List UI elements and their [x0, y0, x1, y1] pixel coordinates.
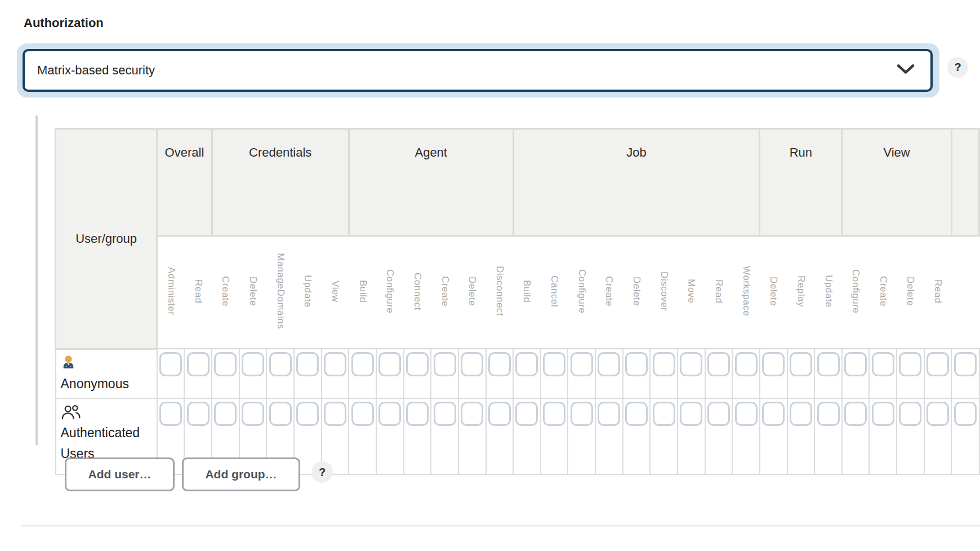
permission-column-header: Create	[431, 236, 458, 349]
permission-checkbox[interactable]	[461, 402, 483, 426]
permission-checkbox[interactable]	[543, 352, 565, 376]
permission-cell	[513, 349, 541, 398]
permission-cell	[951, 349, 979, 398]
permission-cell	[568, 349, 595, 398]
permission-label: Update	[823, 275, 834, 308]
permission-checkbox[interactable]	[351, 402, 374, 426]
anonymous-user-icon	[61, 354, 151, 372]
permission-checkbox[interactable]	[324, 402, 346, 426]
permission-cell	[951, 398, 979, 474]
permission-label: Replay	[795, 276, 807, 307]
add-user-button[interactable]: Add user…	[65, 457, 175, 491]
permission-checkbox[interactable]	[598, 402, 620, 426]
permission-checkbox[interactable]	[817, 402, 840, 426]
permission-checkbox[interactable]	[488, 352, 511, 376]
permission-checkbox[interactable]	[844, 402, 867, 426]
permission-checkbox[interactable]	[406, 402, 429, 426]
permission-checkbox[interactable]	[434, 402, 456, 426]
permission-checkbox[interactable]	[242, 352, 264, 376]
permission-checkbox[interactable]	[680, 402, 702, 426]
permission-checkbox[interactable]	[653, 352, 675, 376]
permission-checkbox[interactable]	[543, 402, 565, 426]
permission-checkbox[interactable]	[899, 352, 921, 376]
authorization-section-title: Authorization	[24, 16, 104, 30]
permission-checkbox[interactable]	[461, 352, 483, 376]
permission-cell	[787, 398, 815, 474]
permission-checkbox[interactable]	[762, 352, 785, 376]
permission-checkbox[interactable]	[571, 402, 593, 426]
permission-checkbox[interactable]	[378, 352, 401, 376]
permission-checkbox[interactable]	[187, 402, 210, 426]
permission-checkbox[interactable]	[159, 352, 182, 376]
permission-checkbox[interactable]	[817, 352, 840, 376]
permission-checkbox[interactable]	[735, 352, 758, 376]
permission-label: Delete	[631, 277, 642, 306]
permission-checkbox[interactable]	[872, 352, 894, 376]
permission-checkbox[interactable]	[269, 352, 292, 376]
permission-cell	[869, 398, 897, 474]
permission-label: Build	[521, 280, 532, 303]
authorization-select-focus-ring: Matrix-based security	[17, 43, 939, 97]
help-icon[interactable]: ?	[947, 57, 968, 78]
permission-label: Create	[220, 276, 231, 306]
column-group-view: View	[842, 129, 952, 236]
permission-label: Delete	[247, 277, 259, 306]
permission-column-header: Build	[349, 236, 376, 349]
permission-checkbox[interactable]	[242, 402, 264, 426]
permission-matrix: User/groupOverallCredentialsAgentJobRunV…	[55, 128, 980, 475]
permission-checkbox[interactable]	[434, 352, 456, 376]
permission-checkbox[interactable]	[378, 402, 401, 426]
permission-column-header: Create	[869, 236, 897, 349]
permission-checkbox[interactable]	[790, 352, 812, 376]
permission-checkbox[interactable]	[598, 352, 620, 376]
permission-cell	[814, 349, 842, 398]
permission-checkbox[interactable]	[214, 402, 237, 426]
permission-checkbox[interactable]	[735, 402, 758, 426]
permission-checkbox[interactable]	[296, 402, 319, 426]
permission-checkbox[interactable]	[324, 352, 346, 376]
permission-checkbox[interactable]	[707, 402, 730, 426]
permission-checkbox[interactable]	[214, 352, 237, 376]
permission-column-header: Delete	[239, 236, 267, 349]
permission-checkbox[interactable]	[406, 352, 429, 376]
permission-checkbox[interactable]	[844, 352, 867, 376]
permission-checkbox[interactable]	[625, 352, 648, 376]
permission-checkbox[interactable]	[488, 402, 511, 426]
permission-column-header: View	[322, 236, 349, 349]
authorization-select[interactable]: Matrix-based security	[23, 49, 933, 92]
add-group-button[interactable]: Add group…	[182, 457, 300, 491]
permission-label: Build	[357, 280, 368, 303]
permission-checkbox[interactable]	[762, 402, 785, 426]
permission-checkbox[interactable]	[790, 402, 812, 426]
column-group-clipped	[951, 129, 979, 236]
table-row: Anonymous	[56, 349, 979, 398]
permission-column-header: Discover	[650, 236, 678, 349]
permission-checkbox[interactable]	[187, 352, 210, 376]
permission-checkbox[interactable]	[269, 402, 292, 426]
permission-checkbox[interactable]	[926, 402, 949, 426]
permission-checkbox[interactable]	[926, 352, 949, 376]
permission-column-header: Administer	[157, 236, 185, 349]
permission-label: Disconnect	[494, 266, 505, 316]
permission-checkbox[interactable]	[680, 352, 702, 376]
permission-checkbox[interactable]	[954, 402, 977, 426]
permission-checkbox[interactable]	[515, 352, 538, 376]
permission-column-header: Disconnect	[486, 236, 514, 349]
permission-cell	[842, 349, 870, 398]
permission-checkbox[interactable]	[954, 352, 977, 376]
permission-cell	[595, 349, 623, 398]
permission-cell	[760, 349, 787, 398]
permission-checkbox[interactable]	[653, 402, 675, 426]
permission-checkbox[interactable]	[351, 352, 374, 376]
permission-checkbox[interactable]	[707, 352, 730, 376]
permission-checkbox[interactable]	[571, 352, 593, 376]
permission-checkbox[interactable]	[296, 352, 319, 376]
permission-label: Delete	[466, 277, 478, 306]
permission-checkbox[interactable]	[899, 402, 921, 426]
permission-checkbox[interactable]	[625, 402, 648, 426]
permission-column-header: Configure	[568, 236, 595, 349]
permission-checkbox[interactable]	[159, 402, 182, 426]
permission-checkbox[interactable]	[515, 402, 538, 426]
help-icon[interactable]: ?	[311, 461, 333, 483]
permission-checkbox[interactable]	[872, 402, 894, 426]
